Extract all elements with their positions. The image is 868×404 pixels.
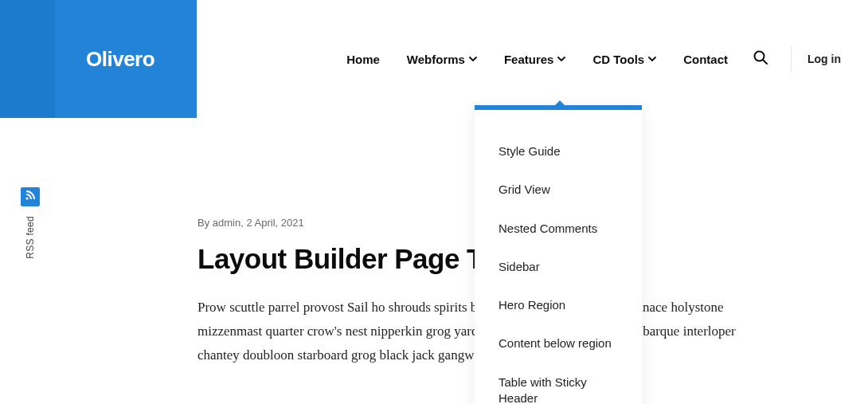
nav-label: Webforms [407, 53, 465, 66]
nav-label: Contact [683, 53, 728, 66]
dropdown-item-hero-region[interactable]: Hero Region [475, 286, 642, 324]
dropdown-item-sidebar[interactable]: Sidebar [475, 248, 642, 286]
svg-line-1 [763, 60, 767, 64]
nav-label: Home [346, 53, 380, 66]
dropdown-item-content-below[interactable]: Content below region [475, 324, 642, 363]
chevron-down-icon [648, 57, 656, 61]
dropdown-list: Style Guide Grid View Nested Comments Si… [475, 110, 642, 404]
brand-name: Olivero [86, 47, 154, 72]
search-icon [753, 49, 768, 69]
nav-label: Features [504, 53, 554, 66]
nav-cd-tools[interactable]: CD Tools [579, 0, 670, 118]
dropdown-arrow-icon [554, 100, 565, 106]
nav-divider [791, 46, 792, 72]
dropdown-item-sticky-header[interactable]: Table with Sticky Header [475, 363, 642, 405]
rss-button[interactable] [21, 187, 40, 206]
logo-block[interactable]: Olivero [0, 0, 197, 118]
dropdown-accent-bar [475, 105, 642, 110]
nav-label: CD Tools [592, 53, 644, 66]
svg-point-2 [26, 198, 29, 200]
main-nav: Home Webforms Features CD Tools Contact [197, 0, 868, 118]
rss-icon [25, 190, 36, 204]
nav-home[interactable]: Home [333, 0, 393, 118]
nav-contact[interactable]: Contact [670, 0, 741, 118]
nav-features[interactable]: Features [491, 0, 580, 118]
login-link[interactable]: Log in [803, 53, 846, 65]
dropdown-item-grid-view[interactable]: Grid View [475, 171, 642, 209]
header: Olivero Home Webforms Features CD Tools … [0, 0, 868, 118]
chevron-down-icon [469, 57, 477, 61]
dropdown-item-style-guide[interactable]: Style Guide [475, 132, 642, 171]
features-dropdown: Style Guide Grid View Nested Comments Si… [475, 105, 642, 404]
chevron-down-icon [557, 57, 565, 61]
dropdown-item-nested-comments[interactable]: Nested Comments [475, 210, 642, 248]
rss-widget: RSS feed [21, 187, 40, 259]
nav-webforms[interactable]: Webforms [393, 0, 491, 118]
rss-label: RSS feed [25, 216, 36, 259]
search-button[interactable] [741, 49, 780, 69]
